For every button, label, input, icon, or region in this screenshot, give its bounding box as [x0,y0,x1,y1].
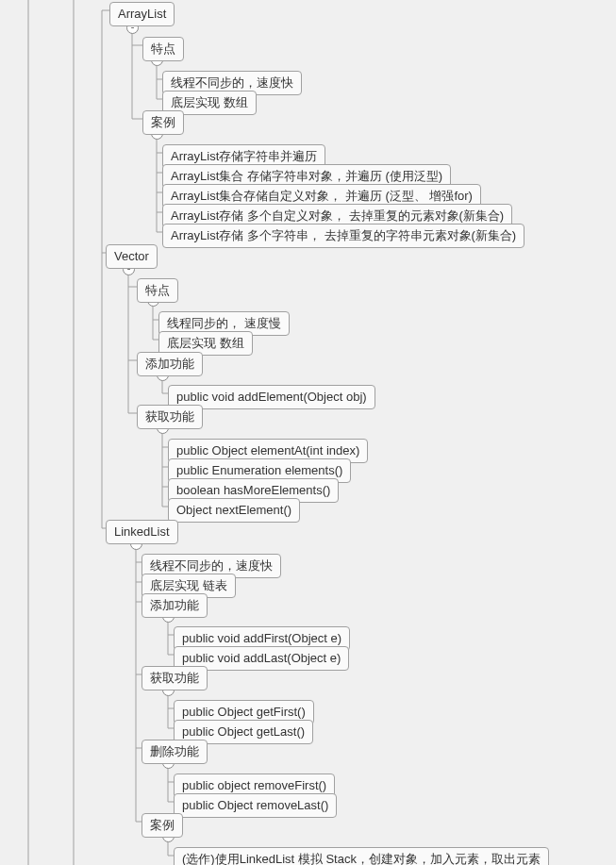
node-linkedlist-add[interactable]: 添加功能 [142,593,208,618]
node-linkedlist[interactable]: LinkedList [106,520,178,544]
node-arraylist-cases[interactable]: 案例 [142,110,184,135]
node-leaf[interactable]: (选作)使用LinkedList 模拟 Stack，创建对象，加入元素，取出元素 [174,847,549,865]
node-vector-add[interactable]: 添加功能 [137,352,203,376]
node-linkedlist-cases[interactable]: 案例 [142,813,183,838]
node-arraylist-features[interactable]: 特点 [142,37,184,61]
node-linkedlist-get[interactable]: 获取功能 [142,666,208,690]
node-vector-get[interactable]: 获取功能 [137,405,203,429]
node-linkedlist-remove[interactable]: 删除功能 [142,740,208,764]
node-leaf[interactable]: ArrayList存储 多个字符串， 去掉重复的字符串元素对象(新集合) [162,224,524,248]
node-arraylist[interactable]: ArrayList [109,2,175,26]
node-leaf[interactable]: public Object removeLast() [174,793,337,818]
node-vector[interactable]: Vector [106,244,158,269]
mindmap-canvas: - - - - - - - - - - - - ArrayList 特点 线程不… [0,0,616,865]
node-vector-features[interactable]: 特点 [137,278,178,303]
node-leaf[interactable]: Object nextElement() [168,498,300,523]
